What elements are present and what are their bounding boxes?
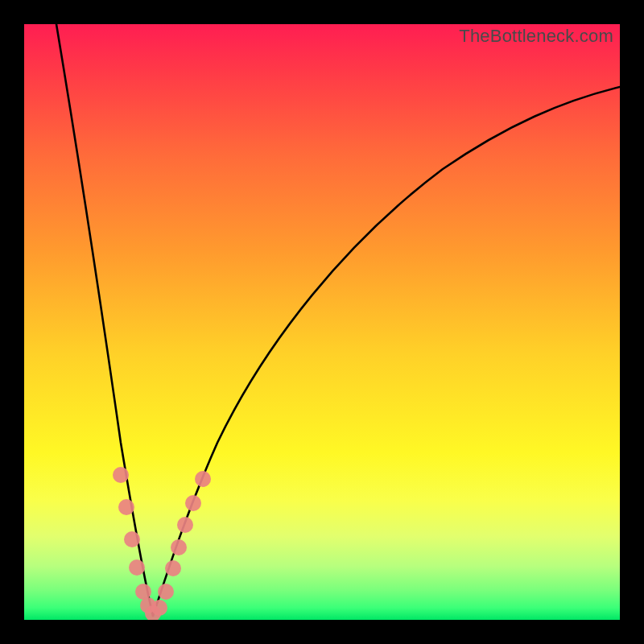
left-curve bbox=[56, 24, 153, 616]
marker-dot bbox=[158, 584, 174, 600]
marker-dot bbox=[129, 559, 145, 576]
plot-area: TheBottleneck.com bbox=[24, 24, 620, 620]
marker-dot bbox=[177, 517, 193, 533]
marker-dot bbox=[118, 499, 134, 515]
marker-dot bbox=[171, 539, 187, 555]
marker-dot bbox=[151, 600, 167, 616]
marker-dot bbox=[124, 531, 140, 547]
marker-dot bbox=[113, 467, 129, 483]
watermark-text: TheBottleneck.com bbox=[459, 26, 613, 47]
curve-layer bbox=[24, 24, 620, 620]
marker-dot bbox=[195, 471, 211, 487]
chart-frame: TheBottleneck.com bbox=[0, 0, 644, 644]
right-curve bbox=[153, 87, 620, 616]
marker-dot bbox=[165, 560, 181, 576]
marker-dot bbox=[185, 495, 201, 511]
